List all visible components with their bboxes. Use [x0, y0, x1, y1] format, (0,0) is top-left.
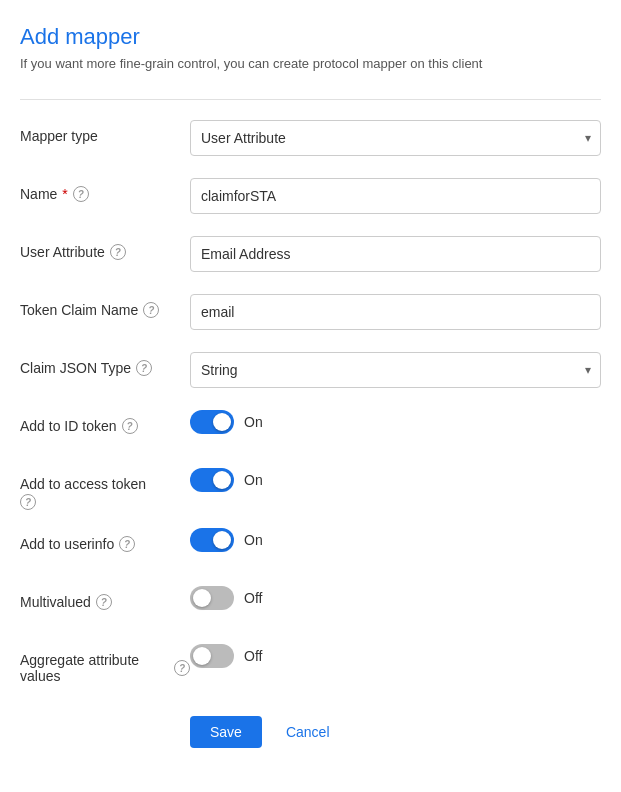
multivalued-toggle[interactable] [190, 586, 234, 610]
token-claim-name-input[interactable] [190, 294, 601, 330]
multivalued-help-icon[interactable]: ? [96, 594, 112, 610]
user-attribute-row: User Attribute ? [20, 236, 601, 276]
user-attribute-control [190, 236, 601, 272]
add-to-userinfo-label: Add to userinfo ? [20, 528, 190, 552]
required-indicator: * [62, 186, 67, 202]
name-control [190, 178, 601, 214]
multivalued-control: Off [190, 586, 601, 610]
name-label: Name * ? [20, 178, 190, 202]
add-to-id-token-slider [190, 410, 234, 434]
add-to-id-token-toggle-row: On [190, 410, 601, 434]
aggregate-label-line: Aggregate attribute values ? [20, 652, 190, 684]
add-to-access-token-toggle-row: On [190, 468, 601, 492]
add-to-access-token-state: On [244, 472, 263, 488]
add-to-access-token-help-icon[interactable]: ? [20, 494, 36, 510]
cancel-button[interactable]: Cancel [274, 716, 342, 748]
add-to-userinfo-slider [190, 528, 234, 552]
add-to-userinfo-toggle-row: On [190, 528, 601, 552]
add-to-userinfo-toggle[interactable] [190, 528, 234, 552]
page-title: Add mapper [20, 24, 601, 50]
mapper-type-row: Mapper type User Attribute [20, 120, 601, 160]
claim-json-type-help-icon[interactable]: ? [136, 360, 152, 376]
add-to-userinfo-control: On [190, 528, 601, 552]
mapper-type-control: User Attribute [190, 120, 601, 156]
page-container: Add mapper If you want more fine-grain c… [0, 0, 621, 772]
page-subtitle: If you want more fine-grain control, you… [20, 56, 601, 71]
aggregate-toggle[interactable] [190, 644, 234, 668]
add-to-userinfo-state: On [244, 532, 263, 548]
user-attribute-label: User Attribute ? [20, 236, 190, 260]
multivalued-slider [190, 586, 234, 610]
multivalued-label: Multivalued ? [20, 586, 190, 610]
token-claim-name-row: Token Claim Name ? [20, 294, 601, 334]
aggregate-slider [190, 644, 234, 668]
add-to-id-token-control: On [190, 410, 601, 434]
button-row: Save Cancel [20, 716, 601, 748]
aggregate-control: Off [190, 644, 601, 668]
add-to-access-token-slider [190, 468, 234, 492]
multivalued-state: Off [244, 590, 262, 606]
user-attribute-help-icon[interactable]: ? [110, 244, 126, 260]
name-help-icon[interactable]: ? [73, 186, 89, 202]
add-to-access-token-row: Add to access token ? On [20, 468, 601, 510]
add-to-userinfo-row: Add to userinfo ? On [20, 528, 601, 568]
add-to-id-token-state: On [244, 414, 263, 430]
mapper-type-select[interactable]: User Attribute [190, 120, 601, 156]
multivalued-toggle-row: Off [190, 586, 601, 610]
add-to-access-token-toggle[interactable] [190, 468, 234, 492]
aggregate-label: Aggregate attribute values ? [20, 644, 190, 684]
claim-json-type-label: Claim JSON Type ? [20, 352, 190, 376]
name-row: Name * ? [20, 178, 601, 218]
user-attribute-input[interactable] [190, 236, 601, 272]
add-to-id-token-help-icon[interactable]: ? [122, 418, 138, 434]
claim-json-type-row: Claim JSON Type ? String [20, 352, 601, 392]
save-button[interactable]: Save [190, 716, 262, 748]
aggregate-state: Off [244, 648, 262, 664]
add-to-access-token-label-line: Add to access token [20, 476, 146, 492]
add-to-userinfo-help-icon[interactable]: ? [119, 536, 135, 552]
add-to-access-token-label: Add to access token ? [20, 468, 190, 510]
add-to-id-token-toggle[interactable] [190, 410, 234, 434]
section-divider [20, 99, 601, 100]
add-to-access-token-control: On [190, 468, 601, 492]
mapper-type-label: Mapper type [20, 120, 190, 144]
token-claim-name-control [190, 294, 601, 330]
claim-json-type-select[interactable]: String [190, 352, 601, 388]
aggregate-toggle-row: Off [190, 644, 601, 668]
multivalued-row: Multivalued ? Off [20, 586, 601, 626]
aggregate-row: Aggregate attribute values ? Off [20, 644, 601, 684]
add-to-id-token-label: Add to ID token ? [20, 410, 190, 434]
name-input[interactable] [190, 178, 601, 214]
add-to-id-token-row: Add to ID token ? On [20, 410, 601, 450]
token-claim-name-help-icon[interactable]: ? [143, 302, 159, 318]
aggregate-help-icon[interactable]: ? [174, 660, 190, 676]
claim-json-type-control: String [190, 352, 601, 388]
token-claim-name-label: Token Claim Name ? [20, 294, 190, 318]
